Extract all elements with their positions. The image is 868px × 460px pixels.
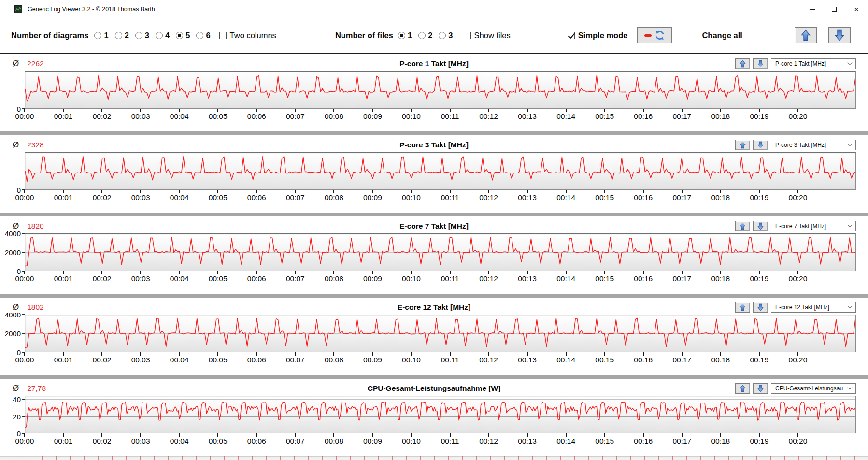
diagrams-radio-group: 123456 [94, 31, 210, 40]
x-tick-mark [797, 352, 798, 356]
panel-move-up-button[interactable] [735, 221, 750, 231]
x-tick-label: 00:02 [93, 112, 112, 121]
plot-area[interactable] [25, 71, 856, 109]
x-tick-label: 00:05 [209, 356, 228, 364]
x-tick-mark [566, 190, 567, 193]
radio-diagrams-3[interactable]: 3 [135, 31, 149, 40]
x-tick-label: 00:06 [247, 437, 266, 446]
x-tick-mark [527, 352, 528, 356]
change-all-down-button[interactable] [828, 27, 851, 43]
x-tick-mark [140, 433, 141, 437]
plot-area[interactable] [25, 315, 856, 352]
simple-mode-option[interactable]: Simple mode [568, 31, 628, 40]
x-tick-label: 00:20 [789, 437, 808, 446]
y-tick-label: 0 [17, 267, 21, 275]
chart-row: 400020000 [0, 233, 868, 271]
x-tick-label: 00:04 [170, 112, 189, 121]
refresh-line-button[interactable] [637, 27, 672, 43]
titlebar: Generic Log Viewer 3.2 - © 2018 Thomas B… [0, 0, 868, 18]
simple-mode-checkbox[interactable] [568, 32, 575, 39]
signal-dropdown-value: E-core 7 Takt [MHz] [775, 223, 848, 230]
panel-move-up-button[interactable] [735, 58, 750, 69]
x-tick-mark [295, 271, 296, 274]
maximize-button[interactable] [823, 0, 845, 18]
panel-move-down-button[interactable] [753, 140, 768, 150]
x-tick-mark [450, 352, 451, 356]
blue-arrow-down-icon [757, 60, 764, 68]
x-tick-mark [179, 190, 180, 193]
radio-files-1[interactable]: 1 [398, 31, 412, 40]
x-tick-mark [295, 352, 296, 356]
two-columns-option[interactable]: Two columns [219, 31, 276, 40]
x-tick-label: 00:01 [54, 356, 73, 364]
x-tick-mark [720, 433, 721, 437]
x-tick-label: 00:01 [54, 112, 73, 121]
panel-move-up-button[interactable] [735, 383, 750, 394]
plot-area[interactable] [25, 396, 856, 433]
two-columns-checkbox[interactable] [219, 32, 227, 39]
x-tick-mark [759, 352, 760, 356]
x-tick-mark [797, 433, 798, 437]
change-all-up-button[interactable] [795, 27, 817, 43]
x-tick-mark [256, 190, 257, 193]
panel-move-down-button[interactable] [753, 58, 768, 69]
radio-files-2[interactable]: 2 [418, 31, 432, 40]
x-tick-label: 00:03 [131, 356, 150, 364]
panel-controls: P-core 1 Takt [MHz] [732, 58, 856, 69]
x-tick-label: 00:13 [518, 437, 537, 446]
signal-dropdown[interactable]: CPU-Gesamt-Leistungsau [771, 383, 856, 394]
x-axis: 00:0000:0100:0200:0300:0400:0500:0600:07… [0, 109, 868, 122]
show-files-checkbox[interactable] [464, 32, 471, 39]
radio-diagrams-2[interactable]: 2 [115, 31, 129, 40]
refresh-arrows-icon [655, 30, 665, 41]
show-files-label: Show files [474, 31, 511, 40]
minimize-button[interactable] [801, 0, 823, 18]
x-tick-mark [24, 352, 25, 356]
x-tick-mark [527, 109, 528, 112]
radio-diagrams-4[interactable]: 4 [156, 31, 170, 40]
x-tick-label: 00:13 [518, 356, 537, 364]
x-tick-mark [797, 109, 798, 112]
x-tick-mark [63, 190, 64, 193]
panel-move-down-button[interactable] [753, 302, 768, 313]
x-tick-label: 00:13 [518, 112, 537, 121]
plot-area[interactable] [25, 233, 856, 271]
panel-move-up-button[interactable] [735, 302, 750, 313]
x-tick-mark [411, 190, 412, 193]
signal-dropdown[interactable]: P-core 1 Takt [MHz] [771, 58, 856, 69]
panel-move-down-button[interactable] [753, 221, 768, 231]
x-tick-label: 00:14 [556, 356, 575, 364]
x-tick-label: 00:11 [441, 437, 459, 446]
average-readout: Ø 2328 [13, 140, 44, 150]
close-button[interactable]: × [845, 0, 868, 18]
x-tick-mark [101, 190, 102, 193]
x-tick-mark [256, 352, 257, 356]
radio-diagrams-1[interactable]: 1 [94, 31, 108, 40]
x-tick-mark [643, 190, 644, 193]
radio-diagrams-6[interactable]: 6 [196, 31, 210, 40]
blue-arrow-down-icon [757, 141, 764, 149]
x-tick-label: 00:06 [247, 274, 266, 283]
diagram-panel-4: Ø 1802 E-core 12 Takt [MHz] E-core 12 Ta… [0, 301, 868, 379]
radio-files-3[interactable]: 3 [439, 31, 453, 40]
x-tick-label: 00:11 [441, 356, 459, 364]
panel-move-down-button[interactable] [753, 383, 768, 394]
x-tick-mark [411, 109, 412, 112]
x-tick-label: 00:15 [595, 356, 614, 364]
radio-button-icon [418, 32, 426, 39]
x-tick-mark [566, 352, 567, 356]
signal-dropdown[interactable]: E-core 7 Takt [MHz] [771, 221, 856, 231]
x-tick-label: 00:07 [286, 274, 305, 283]
panel-move-up-button[interactable] [735, 140, 750, 150]
plot-area[interactable] [25, 152, 856, 190]
x-tick-mark [101, 109, 102, 112]
x-tick-label: 00:12 [479, 437, 498, 446]
radio-diagrams-5[interactable]: 5 [176, 31, 190, 40]
signal-dropdown-value: P-core 3 Takt [MHz] [775, 142, 848, 148]
x-tick-mark [643, 109, 644, 112]
show-files-option[interactable]: Show files [464, 31, 511, 40]
signal-dropdown[interactable]: P-core 3 Takt [MHz] [771, 140, 856, 150]
radio-button-icon [398, 32, 405, 39]
x-axis: 00:0000:0100:0200:0300:0400:0500:0600:07… [0, 271, 868, 285]
signal-dropdown[interactable]: E-core 12 Takt [MHz] [771, 302, 856, 313]
